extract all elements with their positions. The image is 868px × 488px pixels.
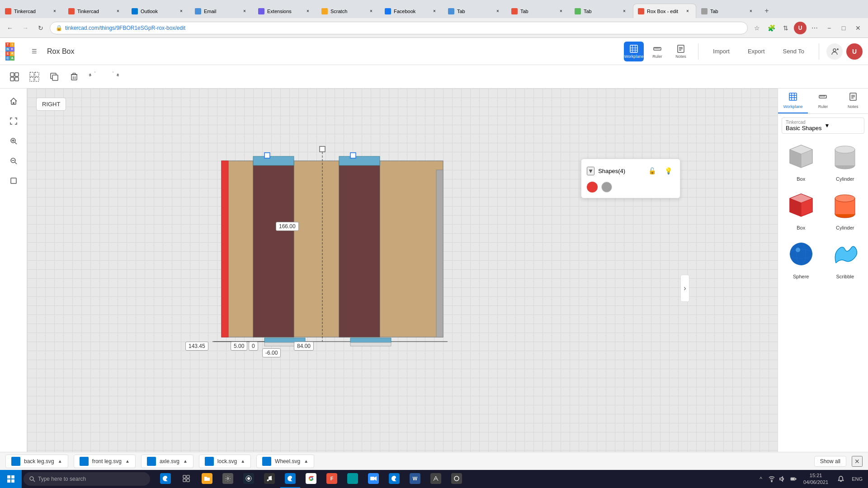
tab-8[interactable]: Tab ×	[443, 4, 506, 18]
taskbar-app-chrome[interactable]	[301, 470, 321, 488]
download-item-4[interactable]: lock.svg ▲	[199, 455, 251, 468]
tab-close-8[interactable]: ×	[494, 8, 501, 15]
taskbar-app-settings[interactable]	[218, 470, 238, 488]
forward-button[interactable]: →	[19, 22, 32, 34]
download-item-1[interactable]: back leg.svg ▲	[5, 455, 68, 468]
light-button[interactable]: 💡	[662, 164, 675, 177]
download-item-3[interactable]: axle.svg ▲	[141, 455, 193, 468]
canvas-3d-object[interactable]	[185, 134, 457, 360]
tab-close-2[interactable]: ×	[114, 8, 122, 15]
add-user-button[interactable]	[826, 43, 843, 60]
taskbar-app-taskview[interactable]	[176, 470, 196, 488]
tab-close-active[interactable]: ×	[684, 8, 691, 15]
taskbar-app-zoom[interactable]	[363, 470, 383, 488]
shapes-category-dropdown[interactable]: Tinkercad Basic Shapes ▼	[782, 117, 864, 134]
tray-battery[interactable]	[789, 474, 798, 483]
tab-1[interactable]: Tinkercad ×	[0, 4, 63, 18]
tab-workplane[interactable]: Workplane	[778, 89, 808, 113]
close-download-bar[interactable]: ✕	[852, 456, 863, 467]
tab-close-6[interactable]: ×	[368, 8, 375, 15]
settings-button[interactable]: ⋯	[808, 22, 821, 34]
shape-cylinder-orange[interactable]: Cylinder	[826, 187, 865, 230]
shape-cylinder-gray[interactable]: Cylinder	[826, 138, 865, 182]
tab-close-7[interactable]: ×	[431, 8, 438, 15]
fit-view-button[interactable]	[5, 112, 23, 130]
show-all-button[interactable]: Show all	[814, 456, 846, 467]
ruler-tab[interactable]: Ruler	[647, 42, 667, 61]
zoom-out-button[interactable]	[5, 152, 23, 170]
lock-button[interactable]: 🔓	[646, 164, 658, 177]
shape-scribble[interactable]: Scribble	[826, 236, 865, 279]
export-button[interactable]: Export	[741, 44, 772, 58]
tray-up-arrow[interactable]: ^	[756, 474, 765, 483]
avatar-btn[interactable]: U	[794, 22, 807, 34]
redo-button[interactable]	[105, 68, 123, 86]
tab-close-3[interactable]: ×	[178, 8, 185, 15]
sync-button[interactable]: ⇅	[779, 22, 792, 34]
extension-button[interactable]: 🧩	[765, 22, 778, 34]
copy-button[interactable]	[45, 68, 63, 86]
tab-ruler[interactable]: Ruler	[808, 89, 838, 113]
taskbar-search[interactable]: Type here to search	[24, 472, 150, 486]
tinkercad-logo[interactable]: T I N K E R C A	[5, 42, 24, 61]
shape-sphere-blue[interactable]: Sphere	[782, 236, 821, 279]
taskbar-app-file-explorer[interactable]	[197, 470, 217, 488]
close-button[interactable]: ✕	[852, 22, 864, 34]
clock-display[interactable]: 15:21 04/06/2021	[800, 472, 832, 486]
download-item-2[interactable]: front leg.svg ▲	[74, 455, 136, 468]
back-button[interactable]: ←	[4, 22, 16, 34]
ungroup-button[interactable]	[25, 68, 43, 86]
tab-7[interactable]: Facebook ×	[380, 4, 443, 18]
tab-4[interactable]: Email ×	[190, 4, 253, 18]
menu-button[interactable]: ☰	[27, 44, 42, 59]
selection-expand-btn[interactable]: ▼	[587, 167, 594, 175]
color-swatch-red[interactable]	[587, 182, 598, 192]
zoom-in-button[interactable]	[5, 132, 23, 150]
color-swatch-gray[interactable]	[601, 182, 612, 192]
tab-5[interactable]: Extensions ×	[253, 4, 316, 18]
taskbar-app-app14[interactable]	[447, 470, 467, 488]
bookmark-button[interactable]: ☆	[750, 22, 763, 34]
new-tab-button[interactable]: +	[760, 4, 774, 18]
taskbar-app-music[interactable]	[259, 470, 279, 488]
orientation-cube-button[interactable]	[5, 172, 23, 190]
import-button[interactable]: Import	[706, 44, 737, 58]
tab-close-1[interactable]: ×	[51, 8, 58, 15]
send-to-button[interactable]: Send To	[776, 44, 811, 58]
tab-close-10[interactable]: ×	[621, 8, 628, 15]
taskbar-app-edge3[interactable]	[384, 470, 404, 488]
delete-button[interactable]	[65, 68, 83, 86]
tab-notes[interactable]: Notes	[838, 89, 868, 113]
workplane-tab[interactable]: Workplane	[624, 42, 644, 61]
collapse-panel-button[interactable]: ›	[680, 275, 689, 302]
notes-tab[interactable]: Notes	[671, 42, 691, 61]
reload-button[interactable]: ↻	[34, 22, 47, 34]
taskbar-app-edge2[interactable]	[280, 470, 300, 488]
taskbar-app-word[interactable]: W	[405, 470, 425, 488]
taskbar-app-inkscape[interactable]	[426, 470, 446, 488]
taskbar-app-fusionboard[interactable]: F	[322, 470, 342, 488]
undo-button[interactable]	[85, 68, 103, 86]
taskbar-app-edge[interactable]	[156, 470, 175, 488]
download-item-5[interactable]: Wheel.svg ▲	[256, 455, 314, 468]
group-button[interactable]	[5, 68, 24, 86]
start-button[interactable]	[0, 470, 22, 488]
tab-6[interactable]: Scratch ×	[316, 4, 380, 18]
tray-network[interactable]	[767, 474, 776, 483]
maximize-button[interactable]: □	[837, 22, 850, 34]
notification-button[interactable]	[834, 470, 848, 488]
tray-volume[interactable]	[778, 474, 787, 483]
canvas-area[interactable]: RIGHT	[27, 89, 778, 488]
minimize-button[interactable]: −	[823, 22, 835, 34]
shape-box-red[interactable]: Box	[782, 187, 821, 230]
tab-2[interactable]: Tinkercad ×	[63, 4, 127, 18]
shape-box-gray[interactable]: Box	[782, 138, 821, 182]
tab-9[interactable]: Tab ×	[506, 4, 570, 18]
tab-10[interactable]: Tab ×	[570, 4, 633, 18]
user-avatar[interactable]: U	[846, 43, 863, 60]
tab-active[interactable]: Rox Box - edit ×	[633, 4, 696, 18]
address-box[interactable]: 🔒 tinkercad.com/things/9FBOR1eSGpR-rox-b…	[50, 22, 748, 34]
tab-close-11[interactable]: ×	[747, 8, 755, 15]
tab-close-5[interactable]: ×	[304, 8, 311, 15]
taskbar-app-steam[interactable]	[239, 470, 259, 488]
